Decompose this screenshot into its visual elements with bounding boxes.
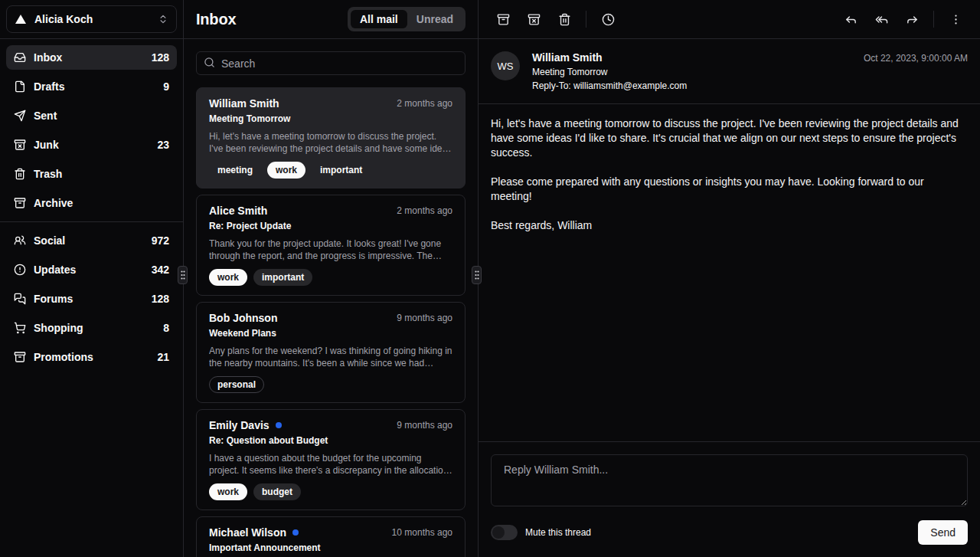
page-title: Inbox — [196, 11, 236, 28]
email-time: 9 months ago — [397, 420, 452, 431]
email-snippet: Any plans for the weekend? I was thinkin… — [209, 345, 452, 369]
email-list-item[interactable]: Emily Davis 9 months ago Re: Question ab… — [196, 409, 466, 510]
move-to-junk-button[interactable] — [521, 7, 546, 31]
archive-icon — [14, 351, 26, 363]
snooze-button[interactable] — [596, 7, 620, 31]
trash-icon — [558, 13, 571, 26]
email-tag[interactable]: work — [209, 269, 247, 286]
mail-reply-to: Reply-To: williamsmith@example.com — [532, 80, 687, 91]
shopping-cart-icon — [14, 322, 26, 334]
mute-thread-label: Mute this thread — [525, 527, 591, 538]
triangle-logo-icon — [15, 13, 27, 25]
email-list-item[interactable]: Alice Smith 2 months ago Re: Project Upd… — [196, 195, 466, 296]
mail-header-info: William Smith Meeting Tomorrow Reply-To:… — [532, 51, 687, 91]
email-subject: Re: Question about Budget — [209, 435, 452, 446]
email-list-item[interactable]: Michael Wilson 10 months ago Important A… — [196, 516, 466, 557]
email-tag[interactable]: budget — [253, 483, 301, 500]
sidebar-item-label: Promotions — [34, 351, 93, 363]
mail-detail-pane: WS William Smith Meeting Tomorrow Reply-… — [479, 0, 980, 557]
mute-thread-toggle[interactable] — [491, 525, 518, 540]
email-tag[interactable]: important — [253, 269, 312, 286]
email-time: 9 months ago — [397, 313, 452, 323]
sidebar-item-trash[interactable]: Trash — [6, 162, 177, 186]
move-to-trash-button[interactable] — [552, 7, 577, 31]
reply-icon — [844, 13, 858, 26]
sidebar-item-forums[interactable]: Forums 128 — [6, 287, 177, 311]
reply-to-label: Reply-To: — [532, 80, 571, 91]
tab-unread[interactable]: Unread — [407, 10, 462, 28]
email-subject: Meeting Tomorrow — [209, 113, 452, 124]
reply-textarea[interactable] — [491, 454, 968, 506]
toolbar-divider — [933, 11, 934, 28]
sidebar-header: Alicia Koch — [0, 0, 183, 39]
tab-all-mail[interactable]: All mail — [351, 10, 407, 28]
sidebar-item-updates[interactable]: Updates 342 — [6, 257, 177, 282]
archive-icon — [497, 13, 510, 26]
reply-all-button[interactable] — [869, 7, 893, 31]
email-tag[interactable]: personal — [209, 376, 264, 393]
sidebar-folders: Inbox 128 Drafts 9 Sent — [0, 39, 183, 221]
search-icon — [204, 57, 215, 68]
send-button[interactable]: Send — [918, 520, 968, 545]
account-switcher[interactable]: Alicia Koch — [6, 5, 177, 33]
sidebar-item-shopping[interactable]: Shopping 8 — [6, 316, 177, 340]
sidebar-item-label: Shopping — [34, 322, 83, 334]
sidebar-item-label: Social — [34, 234, 65, 247]
archive-button[interactable] — [491, 7, 515, 31]
reply-section: Mute this thread Send — [479, 441, 980, 557]
email-list-item[interactable]: William Smith 2 months ago Meeting Tomor… — [196, 87, 466, 188]
email-list-item[interactable]: Bob Johnson 9 months ago Weekend Plans A… — [196, 302, 466, 403]
clock-snooze-icon — [602, 13, 615, 26]
sidebar-item-junk[interactable]: Junk 23 — [6, 133, 177, 157]
chevrons-up-down-icon — [158, 14, 168, 25]
grip-dots-icon — [180, 270, 186, 280]
email-tag[interactable]: work — [267, 162, 305, 179]
email-tag[interactable]: meeting — [209, 162, 261, 179]
unread-indicator-dot — [292, 529, 299, 536]
unread-indicator-dot — [276, 422, 282, 428]
grip-dots-icon — [474, 270, 480, 280]
email-snippet: Thank you for the project update. It loo… — [209, 238, 452, 262]
sidebar-item-label: Forums — [34, 293, 73, 305]
alert-circle-icon — [14, 264, 26, 276]
reply-all-icon — [875, 13, 888, 26]
forward-button[interactable] — [900, 7, 924, 31]
sidebar-item-count: 972 — [152, 234, 169, 247]
sidebar-item-label: Archive — [34, 197, 73, 209]
sidebar-item-promotions[interactable]: Promotions 21 — [6, 345, 177, 369]
email-tag[interactable]: important — [312, 162, 371, 179]
email-tags: meeting work important — [209, 162, 452, 179]
archive-icon — [14, 197, 26, 209]
sidebar-resize-handle[interactable] — [178, 266, 188, 284]
sidebar-item-inbox[interactable]: Inbox 128 — [6, 45, 177, 70]
email-list: William Smith 2 months ago Meeting Tomor… — [184, 75, 478, 557]
sidebar-item-count: 342 — [152, 264, 169, 276]
search-bar — [184, 39, 478, 75]
sidebar-item-label: Sent — [34, 110, 57, 122]
avatar: WS — [491, 51, 520, 80]
email-tag[interactable]: work — [209, 483, 247, 500]
email-sender: Michael Wilson — [209, 526, 286, 539]
more-options-button[interactable] — [943, 7, 968, 31]
search-input[interactable] — [196, 51, 466, 75]
sidebar-item-count: 128 — [152, 293, 169, 305]
email-sender: William Smith — [209, 97, 279, 110]
list-resize-handle[interactable] — [472, 266, 482, 284]
sidebar-item-drafts[interactable]: Drafts 9 — [6, 74, 177, 99]
email-sender: Alice Smith — [209, 205, 267, 217]
toolbar-divider — [586, 11, 586, 28]
email-time: 2 months ago — [397, 205, 452, 216]
mail-body-text: Hi, let's have a meeting tomorrow to dis… — [479, 104, 980, 441]
sidebar-item-social[interactable]: Social 972 — [6, 228, 177, 253]
reply-button[interactable] — [838, 7, 863, 31]
account-name: Alicia Koch — [34, 13, 93, 25]
email-subject: Re: Project Update — [209, 221, 452, 231]
email-snippet: I have a question about the budget for t… — [209, 452, 452, 477]
sidebar-item-sent[interactable]: Sent — [6, 103, 177, 128]
email-tags: personal — [209, 376, 452, 393]
sidebar-item-archive[interactable]: Archive — [6, 191, 177, 215]
email-sender: Emily Davis — [209, 419, 270, 431]
sidebar-item-label: Junk — [34, 139, 59, 151]
sidebar-item-count: 9 — [163, 80, 169, 93]
email-snippet: Hi, let's have a meeting tomorrow to dis… — [209, 130, 452, 155]
